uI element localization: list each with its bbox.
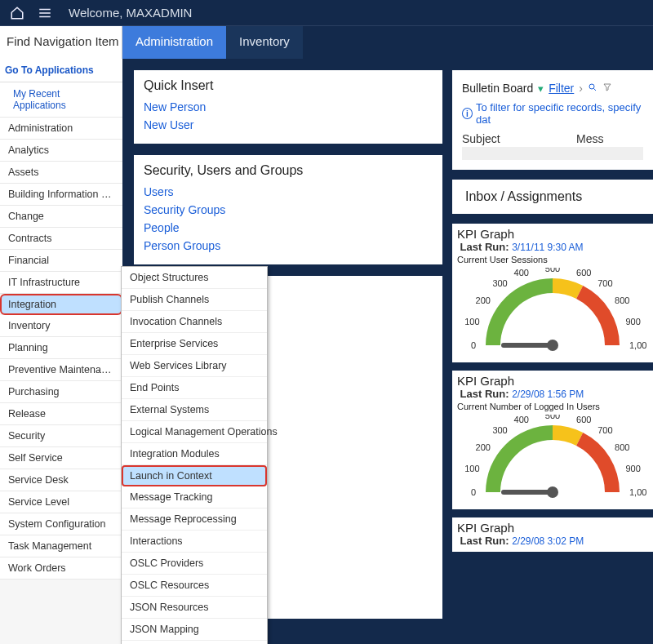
menu-icon[interactable] <box>38 6 52 20</box>
bulletin-info: i To filter for specific records, specif… <box>462 98 643 129</box>
chevron-right-icon: › <box>579 82 583 95</box>
sidebar-item-analytics[interactable]: Analytics <box>0 140 122 162</box>
sidebar-item-building-information-model-[interactable]: Building Information Model… <box>0 184 122 206</box>
menu-item-message-tracking[interactable]: Message Tracking <box>122 486 267 509</box>
menu-item-invocation-channels[interactable]: Invocation Channels <box>122 311 267 333</box>
svg-point-26 <box>547 486 558 498</box>
inbox-title: Inbox / Assignments <box>460 184 645 209</box>
menu-item-json-resources[interactable]: JSON Resources <box>122 597 267 619</box>
sidebar-item-release[interactable]: Release <box>0 403 122 425</box>
link-new-person[interactable]: New Person <box>144 98 433 116</box>
svg-text:300: 300 <box>492 278 507 288</box>
content: Quick Insert New Person New User Securit… <box>122 59 653 644</box>
kpi-desc: Current User Sessions <box>457 255 648 264</box>
sidebar-item-integration[interactable]: Integration <box>0 294 122 315</box>
svg-text:800: 800 <box>615 442 629 452</box>
tab-inventory[interactable]: Inventory <box>226 26 303 59</box>
sidebar-item-financial[interactable]: Financial <box>0 250 122 272</box>
welcome-text: Welcome, MAXADMIN <box>69 6 192 20</box>
sidebar-item-self-service[interactable]: Self Service <box>0 447 122 469</box>
svg-text:500: 500 <box>545 415 560 420</box>
menu-item-enterprise-services[interactable]: Enterprise Services <box>122 333 267 355</box>
svg-text:100: 100 <box>464 317 479 326</box>
menu-item-interactions[interactable]: Interactions <box>122 531 267 553</box>
kpi-title: KPI Graph <box>457 374 648 388</box>
sidebar-item-it-infrastructure[interactable]: IT Infrastructure <box>0 272 122 294</box>
my-recent-applications[interactable]: My Recent Applications <box>0 82 122 118</box>
filter-toggle-icon[interactable]: ▾ <box>538 82 544 95</box>
nav-bar: Find Navigation Item Administration Inve… <box>0 26 653 59</box>
find-navigation-field[interactable]: Find Navigation Item <box>0 26 122 59</box>
sidebar-item-task-management[interactable]: Task Management <box>0 535 122 557</box>
col-message[interactable]: Mess <box>576 132 603 145</box>
sidebar-item-inventory[interactable]: Inventory <box>0 315 122 337</box>
svg-text:600: 600 <box>576 268 591 278</box>
link-new-user[interactable]: New User <box>144 116 433 134</box>
menu-item-integration-modules[interactable]: Integration Modules <box>122 443 267 465</box>
svg-point-0 <box>589 84 594 89</box>
sidebar-item-service-desk[interactable]: Service Desk <box>0 469 122 491</box>
menu-item-launch-in-context[interactable]: Launch in Context <box>122 465 267 486</box>
inbox-card: Inbox / Assignments <box>452 180 653 214</box>
sidebar-item-system-configuration[interactable]: System Configuration <box>0 513 122 535</box>
filter-link[interactable]: Filter <box>549 82 574 95</box>
svg-text:400: 400 <box>514 415 529 424</box>
link-security-groups[interactable]: Security Groups <box>144 201 433 219</box>
integration-submenu: Object StructuresPublish ChannelsInvocat… <box>121 266 268 644</box>
sidebar-item-work-orders[interactable]: Work Orders <box>0 557 122 580</box>
bulletin-empty-row <box>462 147 643 160</box>
sidebar-item-contracts[interactable]: Contracts <box>0 228 122 250</box>
sidebar-item-administration[interactable]: Administration <box>0 118 122 140</box>
kpi-card-0: KPI Graph Last Run: 3/11/11 9:30 AMCurre… <box>452 224 653 362</box>
svg-text:800: 800 <box>615 295 629 305</box>
menu-item-oslc-resources[interactable]: OSLC Resources <box>122 575 267 597</box>
bulletin-board-card: Bulletin Board ▾ Filter › i To filter fo… <box>452 70 653 170</box>
svg-text:0: 0 <box>471 487 476 497</box>
link-person-groups[interactable]: Person Groups <box>144 237 433 255</box>
main: Go To Applications My Recent Application… <box>0 59 653 644</box>
menu-item-json-mapping[interactable]: JSON Mapping <box>122 619 267 641</box>
menu-item-web-services-library[interactable]: Web Services Library <box>122 355 267 377</box>
tab-administration[interactable]: Administration <box>122 26 226 59</box>
top-bar: Welcome, MAXADMIN <box>0 0 653 26</box>
menu-item-logical-management-operations[interactable]: Logical Management Operations <box>122 421 267 443</box>
col-subject[interactable]: Subject <box>462 132 576 145</box>
svg-text:500: 500 <box>545 268 560 273</box>
sidebar-item-change[interactable]: Change <box>0 206 122 228</box>
kpi-lastrun: Last Run: 2/29/08 1:56 PM <box>457 388 648 400</box>
sidebar-item-service-level[interactable]: Service Level <box>0 491 122 513</box>
sidebar-item-planning[interactable]: Planning <box>0 337 122 359</box>
svg-text:900: 900 <box>625 464 640 473</box>
svg-text:1,000: 1,000 <box>629 487 646 497</box>
kpi-title: KPI Graph <box>457 227 648 241</box>
sidebar-item-assets[interactable]: Assets <box>0 162 122 184</box>
link-users[interactable]: Users <box>144 183 433 201</box>
svg-text:200: 200 <box>476 295 491 305</box>
menu-item-object-structures[interactable]: Object Structures <box>122 267 267 289</box>
svg-text:700: 700 <box>597 425 612 435</box>
menu-item-end-points[interactable]: End Points <box>122 377 267 399</box>
kpi-card-2: KPI Graph Last Run: 2/29/08 3:02 PM <box>452 517 653 552</box>
menu-item-message-reprocessing[interactable]: Message Reprocessing <box>122 509 267 531</box>
kpi-desc: Current Number of Logged In Users <box>457 402 648 411</box>
svg-point-13 <box>547 340 558 351</box>
search-icon[interactable] <box>588 82 597 95</box>
tabs: Administration Inventory <box>122 26 653 59</box>
kpi-lastrun: Last Run: 3/11/11 9:30 AM <box>457 241 648 253</box>
svg-text:400: 400 <box>514 268 529 278</box>
link-people[interactable]: People <box>144 219 433 237</box>
security-card: Security, Users and Groups Users Securit… <box>134 155 442 264</box>
clear-filter-icon[interactable] <box>602 82 612 95</box>
menu-item-publish-channels[interactable]: Publish Channels <box>122 289 267 311</box>
menu-item-oslc-providers[interactable]: OSLC Providers <box>122 553 267 575</box>
sidebar-item-security[interactable]: Security <box>0 425 122 447</box>
svg-text:100: 100 <box>464 464 479 473</box>
security-title: Security, Users and Groups <box>144 163 433 178</box>
menu-item-notifications[interactable]: Notifications <box>122 641 267 644</box>
sidebar-item-preventive-maintenance[interactable]: Preventive Maintenance <box>0 359 122 381</box>
info-icon: i <box>462 108 473 119</box>
sidebar-item-purchasing[interactable]: Purchasing <box>0 381 122 403</box>
menu-item-external-systems[interactable]: External Systems <box>122 399 267 421</box>
home-icon[interactable] <box>10 6 24 20</box>
goto-applications[interactable]: Go To Applications <box>0 59 122 82</box>
